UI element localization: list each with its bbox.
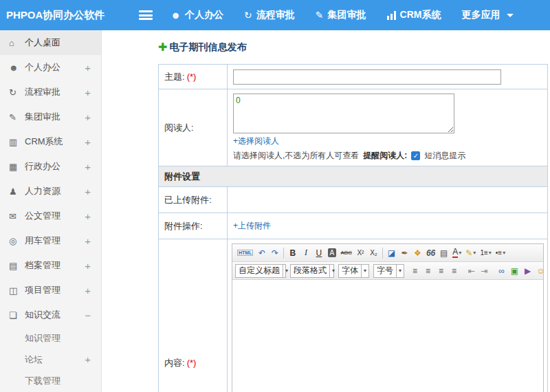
desktop-icon: ⌂ [9, 38, 25, 48]
expand-plus-icon[interactable]: + [85, 87, 101, 98]
media-icon[interactable]: ▶ [522, 264, 534, 278]
sidebar-item-label: 流程审批 [25, 86, 85, 98]
sidebar-item-forum[interactable]: ▪论坛+ [0, 349, 101, 370]
sidebar-item-personal-desktop[interactable]: ⌂个人桌面 [0, 30, 101, 55]
redo-icon[interactable]: ↷ [269, 246, 280, 260]
format-painter-icon[interactable]: ✒ [399, 246, 410, 260]
book-icon[interactable]: ▤ [438, 246, 450, 260]
emoji-icon[interactable]: ☺ [535, 264, 547, 278]
subscript-icon-glyph: X₂ [370, 249, 377, 257]
paragraph-format-select[interactable]: 段落格式▾ [290, 264, 334, 278]
emoji-icon-glyph: ☺ [536, 266, 544, 276]
attachment-actions-label: 附件操作: [159, 213, 228, 239]
strikethrough-icon[interactable]: ABC [339, 246, 353, 260]
expand-plus-icon[interactable]: + [85, 62, 101, 74]
blockquote-icon[interactable]: 66 [425, 246, 437, 260]
required-mark: (*) [187, 358, 197, 368]
indent-decrease-icon[interactable]: ⇤ [465, 264, 477, 278]
expand-plus-icon[interactable]: + [85, 161, 101, 173]
font-color-icon[interactable]: A▾ [451, 246, 463, 260]
html-source-icon[interactable]: HTML [236, 246, 254, 260]
expand-plus-icon[interactable]: + [85, 186, 101, 197]
bold-icon[interactable]: B [287, 246, 298, 260]
nav-workflow-approval[interactable]: ↻流程审批 [244, 9, 295, 21]
caret-down-icon [507, 14, 514, 17]
expand-plus-icon[interactable]: + [85, 260, 101, 272]
link-icon[interactable]: ∞ [496, 264, 507, 278]
nav-crm-system[interactable]: CRM系统 [387, 9, 441, 21]
sidebar-item-project-mgmt[interactable]: ◫项目管理+ [0, 278, 101, 303]
eraser-icon[interactable]: ◪ [386, 246, 397, 260]
sidebar-item-knowledge-exchange[interactable]: ❏知识交流− [0, 303, 101, 327]
sidebar-item-personal-office[interactable]: ☻个人办公+ [0, 55, 101, 80]
align-left-icon-glyph: ≡ [412, 266, 417, 276]
font-family-select[interactable]: 字体▾ [338, 264, 369, 278]
clean-icon[interactable]: ❖ [412, 246, 424, 260]
toolbar-separator [382, 248, 383, 259]
ordered-list-icon[interactable]: 1≡▾ [478, 246, 492, 260]
book-icon-glyph: ▤ [440, 248, 448, 258]
align-center-icon[interactable]: ≡ [422, 264, 434, 278]
align-right-icon-glyph: ≡ [439, 266, 443, 276]
content-row: 内容:(*) HTML↶↷BIUAABCX²X₂◪✒❖66▤A▾✎▾1≡▾•≡▾… [159, 239, 548, 392]
image-icon[interactable]: ▣ [509, 264, 520, 278]
underline-icon[interactable]: U [313, 246, 324, 260]
align-center-icon-glyph: ≡ [426, 266, 430, 276]
undo-icon[interactable]: ↶ [256, 246, 267, 260]
bg-color-icon[interactable]: ✎▾ [464, 246, 477, 260]
expand-plus-icon[interactable]: + [85, 285, 101, 296]
collapse-minus-icon[interactable]: − [85, 309, 101, 321]
subscript-icon[interactable]: X₂ [368, 246, 380, 260]
sidebar-item-group-approval[interactable]: ✎集团审批+ [0, 105, 101, 129]
undo-icon-glyph: ↶ [258, 248, 265, 258]
clean-icon-glyph: ❖ [414, 248, 421, 258]
upload-attachment-link[interactable]: +上传附件 [233, 221, 271, 230]
align-left-icon[interactable]: ≡ [409, 264, 421, 278]
subject-input[interactable] [233, 69, 501, 85]
expand-plus-icon[interactable]: + [85, 210, 101, 222]
align-right-icon[interactable]: ≡ [435, 264, 447, 278]
sidebar-item-crm-system[interactable]: ▥CRM系统+ [0, 129, 101, 154]
caret-down-icon: ▾ [489, 250, 492, 256]
editor-content-area[interactable] [232, 280, 543, 392]
sidebar-item-vehicle-mgmt[interactable]: ◎用车管理+ [0, 228, 101, 253]
underline-icon-glyph: U [316, 248, 322, 258]
sidebar-item-label: CRM系统 [25, 135, 85, 148]
superscript-icon[interactable]: X² [355, 246, 366, 260]
sidebar-item-workflow-approval[interactable]: ↻流程审批+ [0, 80, 101, 105]
sidebar-item-document-mgmt[interactable]: ✉公文管理+ [0, 204, 101, 228]
expand-plus-icon[interactable]: + [85, 235, 101, 247]
sidebar-item-admin-office[interactable]: ▦行政办公+ [0, 154, 101, 179]
font-box-icon[interactable]: A [326, 246, 338, 260]
font-box-icon-glyph: A [328, 248, 337, 257]
custom-heading-select[interactable]: 自定义标题▾ [235, 264, 286, 278]
readers-value-cell: 0 +选择阅读人 请选择阅读人,不选为所有人可查看 提醒阅读人: ✓ 短消息提示 [228, 89, 548, 166]
nav-personal-office[interactable]: ☻个人办公 [170, 9, 223, 21]
expand-plus-icon[interactable]: + [85, 111, 101, 123]
attachment-section-row: 附件设置 [159, 166, 548, 187]
expand-plus-icon[interactable]: + [85, 136, 101, 148]
unordered-list-icon[interactable]: •≡▾ [494, 246, 507, 260]
hamburger-menu-icon[interactable] [139, 10, 153, 20]
person-icon: ☻ [170, 10, 181, 21]
indent-increase-icon-glyph: ⇥ [481, 266, 488, 276]
align-justify-icon[interactable]: ≡ [448, 264, 460, 278]
nav-more-apps[interactable]: 更多应用 [461, 9, 514, 21]
readers-textarea[interactable]: 0 [233, 94, 454, 133]
sidebar-item-hr[interactable]: ♟人力资源+ [0, 179, 101, 204]
nav-group-approval[interactable]: ✎集团审批 [316, 9, 366, 21]
uploaded-attachments-row: 已上传附件: [159, 187, 548, 213]
indent-decrease-icon-glyph: ⇤ [468, 266, 475, 276]
sidebar-item-download-mgmt[interactable]: ▪下载管理 [0, 370, 101, 391]
people-icon: ♟ [9, 186, 25, 197]
italic-icon[interactable]: I [300, 246, 311, 260]
indent-increase-icon[interactable]: ⇥ [478, 264, 490, 278]
sidebar-item-archive-mgmt[interactable]: ▤档案管理+ [0, 253, 101, 278]
sms-notify-checkbox[interactable]: ✓ [411, 151, 420, 160]
font-size-select[interactable]: 字号▾ [373, 264, 404, 278]
select-readers-link[interactable]: +选择阅读人 [233, 136, 279, 146]
expand-plus-icon[interactable]: + [85, 353, 101, 365]
sidebar-item-knowledge-mgmt[interactable]: ▪知识管理 [0, 327, 101, 349]
font-color-icon-glyph: A [452, 248, 458, 258]
attachment-actions-row: 附件操作: +上传附件 [159, 213, 548, 239]
